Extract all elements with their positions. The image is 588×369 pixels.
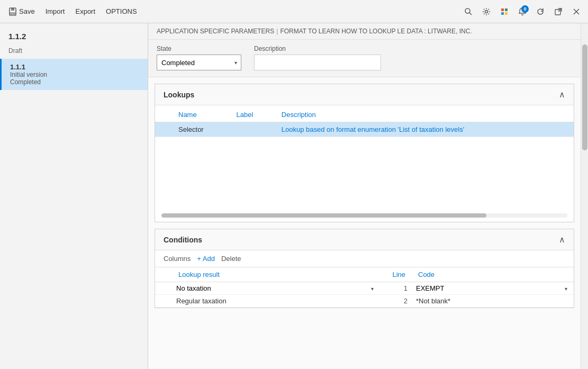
options-label: OPTIONS [106,7,137,15]
cond-row2-code: *Not blank* [412,295,574,308]
cond-row2-lookup: Regular taxation [172,295,380,308]
breadcrumb-separator: | [276,28,278,35]
conditions-title: Conditions [164,236,202,244]
notification-count: 0 [521,5,529,13]
content-area: APPLICATION SPECIFIC PARAMETERS | FORMAT… [148,23,581,369]
svg-point-5 [485,10,488,13]
lookups-collapse-button[interactable]: ∧ [559,89,565,100]
conditions-section-header: Conditions ∧ [155,229,574,250]
conditions-row-1[interactable]: No taxation Regular taxation ▾ 1 [155,282,574,295]
popout-icon [554,7,563,16]
svg-rect-8 [501,12,504,15]
refresh-icon-btn[interactable] [533,4,548,19]
delete-label: Delete [221,255,241,263]
save-label: Save [19,7,35,15]
close-icon [573,8,580,15]
table-row[interactable]: Selector Lookup based on format enumerat… [155,122,574,137]
delete-button[interactable]: Delete [221,255,241,263]
columns-button[interactable]: Columns [164,255,191,263]
lookups-hscrollbar[interactable] [161,213,567,218]
office-icon-btn[interactable] [497,4,512,19]
code-select-wrapper-1: EXEMPT *Not blank* ▾ [416,284,569,292]
notification-badge[interactable]: 0 [515,4,530,19]
lookup-select-1[interactable]: No taxation Regular taxation [176,284,376,292]
lookups-section-header: Lookups ∧ [155,84,574,105]
sidebar: 1.1.2 Draft 1.1.1 Initial version Comple… [0,23,148,369]
add-button[interactable]: + Add [197,255,215,263]
save-button[interactable]: Save [4,5,39,18]
breadcrumb-part1: APPLICATION SPECIFIC PARAMETERS [157,28,274,35]
row-check-cell [155,122,172,137]
cond-row1-check [155,282,172,295]
export-button[interactable]: Export [71,5,99,17]
svg-point-3 [465,8,470,13]
cond-row1-code: EXEMPT *Not blank* ▾ [412,282,574,295]
description-field: Description [254,45,381,70]
breadcrumb-part2: FORMAT TO LEARN HOW TO LOOKUP LE DATA : … [280,28,472,35]
save-icon [8,7,17,16]
main-layout: 1.1.2 Draft 1.1.1 Initial version Comple… [0,23,588,369]
conditions-toolbar: Columns + Add Delete [155,250,574,267]
export-label: Export [75,7,95,15]
right-scrollbar[interactable] [581,23,588,369]
gear-icon [482,7,491,16]
col-check [155,107,172,122]
right-scrollbar-thumb [582,44,587,150]
lookups-section: Lookups ∧ Name Label Description [155,84,574,222]
columns-label: Columns [164,255,191,263]
cond-row2-check [155,295,172,308]
svg-rect-1 [11,8,14,11]
svg-rect-9 [505,12,508,15]
popout-icon-btn[interactable] [551,4,566,19]
lookups-empty-space [155,137,574,211]
lookups-title: Lookups [164,91,194,99]
conditions-section: Conditions ∧ Columns + Add Delete [155,229,574,308]
bottom-spacer [148,314,581,325]
svg-rect-7 [505,8,508,11]
cond-col-code: Code [412,267,574,282]
svg-line-4 [469,13,472,15]
lookup-select-wrapper-1: No taxation Regular taxation ▾ [176,284,376,292]
content-scroll[interactable]: Lookups ∧ Name Label Description [148,77,581,369]
col-label: Label [230,107,275,122]
state-select[interactable]: Completed Draft [157,55,241,70]
cond-col-check [155,267,172,282]
col-name: Name [172,107,230,122]
refresh-icon [536,7,545,16]
state-field: State Completed Draft ▾ [157,45,241,70]
settings-icon-btn[interactable] [479,4,494,19]
sidebar-draft-label: Draft [0,45,148,59]
sidebar-item-111[interactable]: 1.1.1 Initial version Completed [0,59,148,90]
conditions-row-2[interactable]: Regular taxation 2 *Not blank* [155,295,574,308]
state-label: State [157,45,241,52]
sidebar-item-title: 1.1.1 [10,63,139,71]
main-toolbar: Save Import Export OPTIONS [0,0,588,23]
row-name-cell: Selector [172,122,230,137]
cond-col-lookup: Lookup result [172,267,380,282]
form-header: State Completed Draft ▾ Description [148,40,581,77]
row-description-cell: Lookup based on format enumeration 'List… [275,122,574,137]
toolbar-right: 0 [461,4,584,19]
sidebar-item-subtitle: Initial version [10,71,139,78]
import-button[interactable]: Import [41,5,69,17]
close-icon-btn[interactable] [569,4,584,19]
cond-col-line: Line [380,267,412,282]
cond-row1-lookup: No taxation Regular taxation ▾ [172,282,380,295]
lookups-table: Name Label Description Selector Lookup b… [155,107,574,137]
description-input[interactable] [254,55,381,70]
conditions-table: Lookup result Line Code No taxation [155,267,574,308]
lookups-hscrollbar-thumb [161,213,486,218]
code-select-1[interactable]: EXEMPT *Not blank* [416,284,569,292]
breadcrumb: APPLICATION SPECIFIC PARAMETERS | FORMAT… [148,23,581,40]
sidebar-item-status: Completed [10,78,139,86]
search-icon-btn[interactable] [461,4,476,19]
search-icon [464,7,473,16]
import-label: Import [46,7,65,15]
office-icon [500,7,509,16]
svg-rect-6 [501,8,504,11]
col-description: Description [275,107,574,122]
description-label: Description [254,45,381,52]
options-button[interactable]: OPTIONS [102,5,141,17]
conditions-collapse-button[interactable]: ∧ [559,235,565,245]
lookups-table-container: Name Label Description Selector Lookup b… [155,105,574,222]
